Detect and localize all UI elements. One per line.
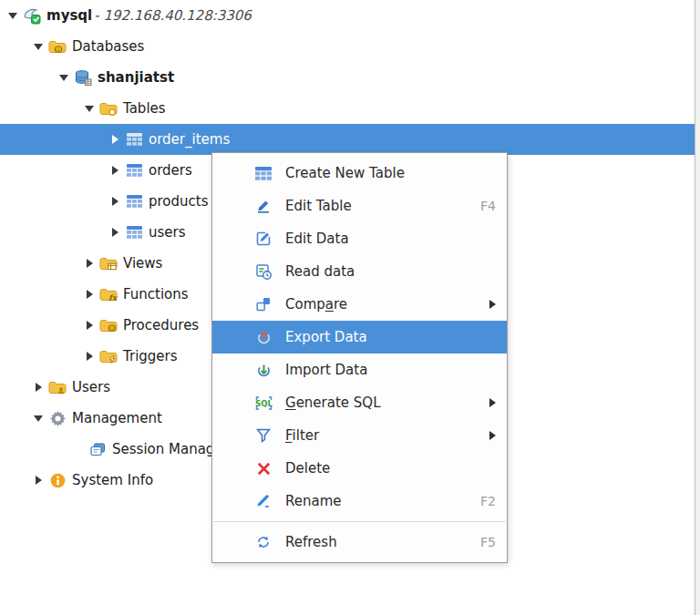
session-manager-icon <box>88 441 108 457</box>
menu-item-rename[interactable]: Rename F2 <box>212 485 507 518</box>
tree-item-label: order_items <box>149 131 230 148</box>
tree-item-label: Triggers <box>123 348 178 364</box>
views-folder-icon <box>98 255 118 272</box>
menu-item-label: Generate SQL <box>285 395 480 411</box>
tree-item-label: orders <box>149 162 192 179</box>
menu-item-create-new-table[interactable]: Create New Table <box>212 157 507 190</box>
menu-separator <box>213 521 506 522</box>
table-context-menu: Create New Table Edit Table F4 Edit Data… <box>211 152 508 563</box>
triggers-folder-icon <box>98 348 118 364</box>
table-icon <box>124 162 144 179</box>
tree-item-label: Views <box>123 255 162 272</box>
tree-item-label: products <box>149 193 209 210</box>
menu-item-label: Create New Table <box>285 165 496 181</box>
expander-collapsed-icon[interactable] <box>80 347 98 365</box>
menu-item-filter[interactable]: Filter <box>212 419 507 452</box>
menu-item-label: Edit Data <box>285 231 496 247</box>
databases-folder-icon <box>47 38 67 55</box>
menu-shortcut: F5 <box>480 535 496 549</box>
panel-right-gutter <box>695 0 700 615</box>
export-icon <box>252 328 274 346</box>
tree-item-order-items[interactable]: order_items <box>0 124 695 155</box>
tree-item-label: Databases <box>72 38 144 55</box>
menu-item-label: Read data <box>285 263 496 280</box>
submenu-arrow-icon <box>489 398 496 407</box>
expander-collapsed-icon[interactable] <box>106 192 124 210</box>
menu-shortcut: F4 <box>480 199 496 213</box>
tree-item-label: Tables <box>123 100 166 117</box>
table-icon <box>124 224 144 241</box>
tree-item-label: System Info <box>72 472 153 488</box>
tables-folder-icon <box>98 100 118 117</box>
menu-item-edit-table[interactable]: Edit Table F4 <box>212 190 507 222</box>
menu-shortcut: F2 <box>480 494 496 508</box>
expander-expanded-icon[interactable] <box>80 99 98 118</box>
tree-item-databases[interactable]: Databases <box>0 31 695 62</box>
expander-expanded-icon[interactable] <box>4 6 22 25</box>
expander-expanded-icon[interactable] <box>55 68 73 87</box>
menu-item-label: Rename <box>285 493 471 509</box>
menu-item-read-data[interactable]: Read data <box>212 255 507 288</box>
submenu-arrow-icon <box>489 300 496 309</box>
menu-item-label: Delete <box>285 460 496 477</box>
expander-collapsed-icon[interactable] <box>106 223 124 241</box>
expander-collapsed-icon[interactable] <box>106 161 124 179</box>
database-icon <box>73 69 93 86</box>
menu-item-label: Compare <box>285 296 480 313</box>
tree-item-label: Users <box>72 379 110 395</box>
svg-text:fx: fx <box>108 293 118 302</box>
procedures-folder-icon <box>98 317 118 333</box>
expander-collapsed-icon[interactable] <box>80 316 98 334</box>
menu-item-edit-data[interactable]: Edit Data <box>212 222 507 255</box>
tree-item-tables[interactable]: Tables <box>0 93 695 124</box>
expander-collapsed-icon[interactable] <box>29 471 47 489</box>
functions-folder-icon: fx <box>98 286 118 302</box>
users-folder-icon <box>47 379 67 395</box>
delete-x-icon <box>252 459 274 477</box>
tree-item-label: Functions <box>123 286 189 302</box>
info-icon <box>47 472 67 488</box>
mysql-connection-icon <box>22 7 42 24</box>
create-table-icon <box>252 164 274 182</box>
expander-collapsed-icon[interactable] <box>29 378 47 396</box>
edit-pencil-icon <box>252 197 274 215</box>
menu-item-generate-sql[interactable]: SQL Generate SQL <box>212 386 507 419</box>
tree-item-mysql-connection[interactable]: mysql - 192.168.40.128:3306 <box>0 0 695 31</box>
tree-item-label: users <box>149 224 186 241</box>
rename-pencil-icon <box>252 492 274 510</box>
menu-item-refresh[interactable]: Refresh F5 <box>212 526 507 559</box>
expander-expanded-icon[interactable] <box>29 409 47 427</box>
compare-icon <box>252 295 274 313</box>
tree-item-label: shanjiatst <box>98 69 174 86</box>
menu-item-delete[interactable]: Delete <box>212 452 507 485</box>
import-icon <box>252 361 274 379</box>
table-icon <box>124 131 144 148</box>
menu-item-label: Import Data <box>285 362 496 378</box>
menu-item-label: Export Data <box>285 329 496 345</box>
tree-item-label: Procedures <box>123 317 199 333</box>
menu-item-label: Filter <box>285 427 480 444</box>
menu-item-compare[interactable]: Compare <box>212 288 507 321</box>
expander-expanded-icon[interactable] <box>29 37 47 56</box>
filter-funnel-icon <box>252 426 274 445</box>
expander-none <box>69 440 88 458</box>
menu-item-export-data[interactable]: Export Data <box>212 321 507 354</box>
gear-icon <box>47 410 67 426</box>
svg-text:SQL: SQL <box>255 399 273 408</box>
expander-collapsed-icon[interactable] <box>80 254 98 272</box>
read-data-icon <box>252 262 274 281</box>
sql-icon: SQL <box>252 394 274 412</box>
tree-item-shanjiatst[interactable]: shanjiatst <box>0 62 695 93</box>
menu-item-import-data[interactable]: Import Data <box>212 354 507 386</box>
tree-item-label: Management <box>72 410 162 426</box>
expander-collapsed-icon[interactable] <box>106 130 124 149</box>
submenu-arrow-icon <box>489 431 496 440</box>
menu-item-label: Edit Table <box>285 198 471 214</box>
edit-data-icon <box>252 230 274 248</box>
connection-address: - 192.168.40.128:3306 <box>94 7 252 24</box>
table-icon <box>124 193 144 210</box>
menu-item-label: Refresh <box>285 534 471 550</box>
tree-item-label: mysql <box>46 7 92 24</box>
expander-collapsed-icon[interactable] <box>80 285 98 303</box>
refresh-icon <box>252 533 274 551</box>
